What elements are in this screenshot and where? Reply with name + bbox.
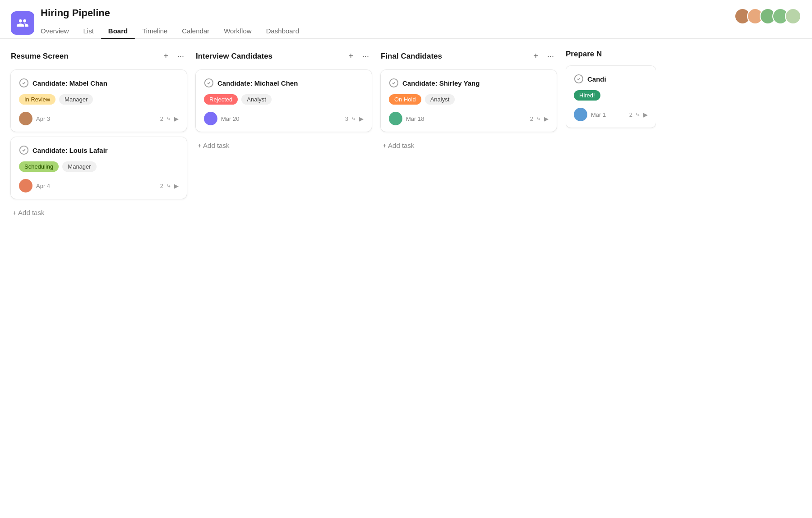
tag-hired: Hired! [574,90,600,101]
subtask-icon: ⤷ [351,115,356,122]
header-left: Hiring Pipeline OverviewListBoardTimelin… [41,7,306,38]
card-meta: 2⤷▶ [629,111,648,118]
header-avatars [734,8,801,24]
card-tags: On HoldAnalyst [389,94,549,105]
card-tags: In ReviewManager [19,94,179,105]
column-actions-interview-candidates: +··· [346,50,372,63]
subtask-icon: ⤷ [635,111,641,118]
person-avatar [389,112,402,125]
subtask-icon: ⤷ [536,115,541,122]
card-footer: Apr 32⤷▶ [19,112,179,125]
card-card-partial[interactable]: CandiHired!Mar 12⤷▶ [566,66,656,128]
column-prepare-n: Prepare NCandiHired!Mar 12⤷▶ [566,50,656,133]
expand-icon[interactable]: ▶ [544,115,549,122]
column-actions-resume-screen: +··· [161,50,187,63]
person-avatar [204,112,217,125]
card-date: Mar 18 [406,115,424,122]
card-title-row: Candidate: Shirley Yang [389,78,549,88]
tag-on-hold: On Hold [389,94,421,105]
card-card-mabel[interactable]: Candidate: Mabel ChanIn ReviewManagerApr… [11,70,187,132]
nav-tab-list[interactable]: List [76,23,101,38]
card-title-row: Candidate: Louis Lafair [19,145,179,155]
subtask-icon: ⤷ [166,115,171,122]
nav-tab-workflow[interactable]: Workflow [217,23,258,38]
card-card-louis[interactable]: Candidate: Louis LafairSchedulingManager… [11,137,187,199]
column-title-final-candidates: Final Candidates [381,52,442,61]
card-title-text: Candidate: Shirley Yang [402,79,480,87]
expand-icon[interactable]: ▶ [174,115,179,122]
card-title-text: Candi [587,75,606,83]
card-tags: Hired! [574,90,648,101]
card-title-row: Candidate: Mabel Chan [19,78,179,88]
column-actions-final-candidates: +··· [531,50,557,63]
card-tags: RejectedAnalyst [204,94,364,105]
more-button-final-candidates[interactable]: ··· [544,50,557,63]
check-circle-icon [19,145,29,155]
card-person: Mar 18 [389,112,424,125]
card-person: Mar 20 [204,112,239,125]
card-footer: Mar 203⤷▶ [204,112,364,125]
tag-analyst: Analyst [425,94,455,105]
column-header-final-candidates: Final Candidates+··· [381,50,557,63]
check-circle-icon [389,78,399,88]
avatar-stack [734,8,801,24]
column-final-candidates: Final Candidates+···Candidate: Shirley Y… [381,50,557,154]
card-footer: Mar 182⤷▶ [389,112,549,125]
nav-tab-overview[interactable]: Overview [41,23,76,38]
subtask-count: 2 [629,111,632,118]
more-button-interview-candidates[interactable]: ··· [360,50,372,63]
board: Resume Screen+···Candidate: Mabel ChanIn… [0,39,812,232]
card-meta: 2⤷▶ [530,115,549,122]
expand-icon[interactable]: ▶ [359,115,364,122]
add-task-button-final-candidates[interactable]: + Add task [381,137,557,154]
card-meta: 2⤷▶ [160,115,179,122]
column-title-prepare-n: Prepare N [566,50,602,59]
card-card-michael[interactable]: Candidate: Michael ChenRejectedAnalystMa… [196,70,372,132]
card-title-text: Candidate: Mabel Chan [32,79,107,87]
check-circle-icon [204,78,214,88]
card-date: Mar 20 [221,115,239,122]
more-button-resume-screen[interactable]: ··· [175,50,187,63]
expand-icon[interactable]: ▶ [174,183,179,189]
card-person: Mar 1 [574,108,606,121]
nav-tab-calendar[interactable]: Calendar [175,23,217,38]
card-footer: Apr 42⤷▶ [19,179,179,193]
card-title-text: Candidate: Louis Lafair [32,147,108,154]
tag-in-review: In Review [19,94,55,105]
card-card-shirley[interactable]: Candidate: Shirley YangOn HoldAnalystMar… [381,70,557,132]
expand-icon[interactable]: ▶ [643,111,648,118]
column-title-resume-screen: Resume Screen [11,52,69,61]
nav-tab-board[interactable]: Board [101,23,135,38]
tag-analyst: Analyst [241,94,272,105]
nav-tab-timeline[interactable]: Timeline [135,23,175,38]
tag-scheduling: Scheduling [19,161,59,172]
person-avatar [19,179,32,193]
nav-tabs: OverviewListBoardTimelineCalendarWorkflo… [41,23,306,38]
app-header: Hiring Pipeline OverviewListBoardTimelin… [0,0,812,39]
check-circle-icon [19,78,29,88]
tag-rejected: Rejected [204,94,238,105]
person-avatar [574,108,587,121]
people-icon [16,17,29,29]
column-header-resume-screen: Resume Screen+··· [11,50,187,63]
app-icon [11,11,34,35]
add-card-button-final-candidates[interactable]: + [531,50,541,63]
add-card-button-resume-screen[interactable]: + [161,50,171,63]
add-task-button-interview-candidates[interactable]: + Add task [196,137,372,154]
nav-tab-dashboard[interactable]: Dashboard [259,23,306,38]
add-card-button-interview-candidates[interactable]: + [346,50,356,63]
subtask-icon: ⤷ [166,182,171,189]
card-footer: Mar 12⤷▶ [574,108,648,121]
card-date: Apr 3 [36,115,50,122]
subtask-count: 3 [345,115,348,122]
person-avatar [19,112,32,125]
check-circle-icon [574,74,584,84]
subtask-count: 2 [160,115,163,122]
card-meta: 3⤷▶ [345,115,364,122]
add-task-button-resume-screen[interactable]: + Add task [11,204,187,221]
card-date: Mar 1 [591,111,606,118]
card-meta: 2⤷▶ [160,182,179,189]
column-header-interview-candidates: Interview Candidates+··· [196,50,372,63]
card-title-text: Candidate: Michael Chen [217,79,298,87]
card-person: Apr 3 [19,112,50,125]
